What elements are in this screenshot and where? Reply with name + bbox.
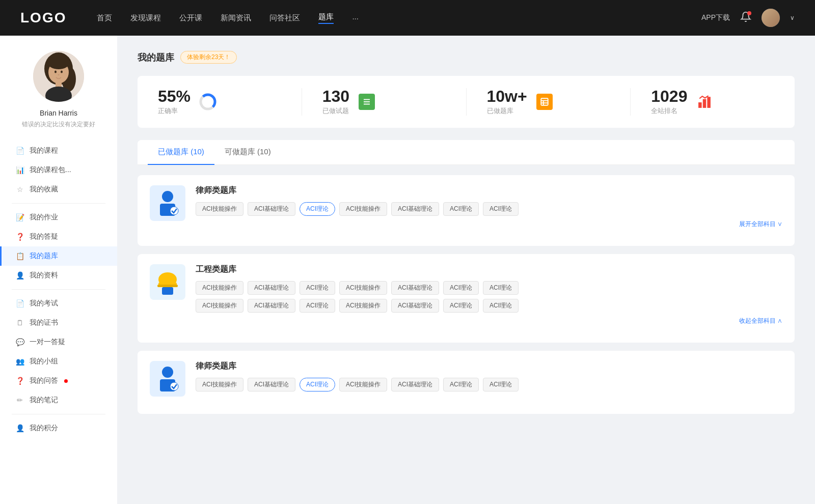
sidebar-item-notes[interactable]: ✏ 我的笔记 (0, 390, 117, 410)
tag-1-6[interactable]: ACI理论 (483, 202, 519, 216)
tag-2b-6[interactable]: ACI理论 (483, 299, 519, 313)
svg-point-8 (61, 71, 63, 73)
expand-btn-2[interactable]: 收起全部科目 ∧ (739, 317, 782, 325)
tag-2-1[interactable]: ACI基础理论 (248, 281, 295, 295)
nav-qa[interactable]: 问答社区 (269, 13, 300, 23)
bank-section-3: 律师类题库 ACI技能操作 ACI基础理论 ACI理论 ACI技能操作 ACI基… (138, 351, 795, 414)
svg-point-7 (55, 71, 57, 73)
navbar-right: APP下载 ∨ (701, 9, 795, 27)
tab-available[interactable]: 可做题库 (10) (214, 140, 281, 165)
sidebar-item-group[interactable]: 👥 我的小组 (0, 352, 117, 371)
course-icon: 📄 (15, 146, 24, 155)
svg-point-25 (170, 207, 178, 215)
main-content: 我的题库 体验剩余23天！ 55% 正确率 (117, 36, 815, 504)
svg-rect-20 (699, 103, 701, 107)
tag-3-3[interactable]: ACI技能操作 (339, 378, 387, 391)
tag-2b-3[interactable]: ACI技能操作 (339, 299, 387, 313)
tab-done[interactable]: 已做题库 (10) (148, 140, 214, 165)
sidebar-item-label: 一对一答疑 (30, 338, 65, 347)
tag-2b-5[interactable]: ACI理论 (443, 299, 479, 313)
tag-3-0[interactable]: ACI技能操作 (196, 378, 243, 391)
nav-news[interactable]: 新闻资讯 (221, 13, 251, 23)
tag-2-4[interactable]: ACI基础理论 (391, 281, 439, 295)
sidebar-item-label: 我的课程 (30, 146, 58, 155)
unread-dot (64, 379, 68, 383)
tag-3-5[interactable]: ACI理论 (443, 378, 479, 391)
bank-icon-lawyer-2 (150, 361, 185, 397)
sidebar-item-label: 我的证书 (30, 318, 58, 327)
tag-1-1[interactable]: ACI基础理论 (248, 202, 295, 216)
tag-1-5[interactable]: ACI理论 (443, 202, 479, 216)
sidebar-item-label: 我的题库 (30, 251, 58, 261)
notes-icon: ✏ (15, 396, 24, 405)
tag-3-1[interactable]: ACI基础理论 (248, 378, 295, 391)
sidebar-item-one-on-one[interactable]: 💬 一对一答疑 (0, 332, 117, 352)
tag-row-2b: ACI技能操作 ACI基础理论 ACI理论 ACI技能操作 ACI基础理论 AC… (196, 299, 782, 313)
sidebar-item-profile[interactable]: 👤 我的资料 (0, 266, 117, 285)
tag-1-3[interactable]: ACI技能操作 (339, 202, 387, 216)
page-header: 我的题库 体验剩余23天！ (138, 51, 795, 64)
bank-icon-lawyer (150, 185, 185, 221)
app-download-button[interactable]: APP下载 (701, 13, 730, 22)
tag-1-4[interactable]: ACI基础理论 (391, 202, 439, 216)
svg-rect-28 (157, 285, 178, 287)
points-icon: 👤 (15, 424, 24, 433)
group-icon: 👥 (15, 357, 24, 366)
sidebar-item-label: 我的考试 (30, 299, 58, 308)
tag-3-2[interactable]: ACI理论 (300, 378, 335, 391)
sidebar-item-exam[interactable]: 📄 我的考试 (0, 294, 117, 313)
sidebar-item-course-pack[interactable]: 📊 我的课程包... (0, 160, 117, 180)
tag-2b-0[interactable]: ACI技能操作 (196, 299, 243, 313)
notification-dot (747, 11, 751, 15)
nav-bank[interactable]: 题库 (318, 12, 334, 24)
tag-1-0[interactable]: ACI技能操作 (196, 202, 243, 216)
sidebar-menu: 📄 我的课程 📊 我的课程包... ☆ 我的收藏 📝 我的作业 ❓ 我的答疑 � (0, 141, 117, 438)
sidebar-item-label: 我的作业 (30, 213, 58, 222)
sidebar-item-my-course[interactable]: 📄 我的课程 (0, 141, 117, 160)
bank-icon: 📋 (15, 251, 24, 261)
tag-2-5[interactable]: ACI理论 (443, 281, 479, 295)
notification-bell[interactable] (740, 11, 751, 24)
nav-home[interactable]: 首页 (97, 13, 112, 23)
tag-2-6[interactable]: ACI理论 (483, 281, 519, 295)
tabs-container: 已做题库 (10) 可做题库 (10) (138, 140, 795, 165)
svg-point-23 (162, 191, 173, 202)
sidebar-item-favorites[interactable]: ☆ 我的收藏 (0, 180, 117, 199)
expand-btn-1[interactable]: 展开全部科目 ∨ (739, 220, 782, 229)
nav-menu: 首页 发现课程 公开课 新闻资讯 问答社区 题库 ··· (97, 12, 701, 24)
bank-header-3: 律师类题库 ACI技能操作 ACI基础理论 ACI理论 ACI技能操作 ACI基… (150, 361, 782, 397)
tag-3-6[interactable]: ACI理论 (483, 378, 519, 391)
tag-2b-1[interactable]: ACI基础理论 (248, 299, 295, 313)
nav-more[interactable]: ··· (352, 14, 359, 22)
stat-accuracy: 55% 正确率 (138, 88, 302, 116)
svg-rect-21 (703, 100, 705, 107)
tab-bar: 已做题库 (10) 可做题库 (10) (138, 140, 795, 165)
stat-done-q-label: 已做试题 (322, 106, 349, 116)
nav-open-course[interactable]: 公开课 (179, 13, 202, 23)
sidebar-item-my-qa[interactable]: ❓ 我的问答 (0, 371, 117, 390)
sidebar-item-points[interactable]: 👤 我的积分 (0, 418, 117, 438)
sidebar-motto: 错误的决定比没有决定要好 (22, 120, 95, 129)
bank-title-2: 工程类题库 (196, 264, 782, 275)
svg-rect-29 (162, 287, 173, 295)
chevron-down-icon[interactable]: ∨ (790, 14, 795, 21)
sidebar-item-qa[interactable]: ❓ 我的答疑 (0, 227, 117, 246)
page-wrap: Brian Harris 错误的决定比没有决定要好 📄 我的课程 📊 我的课程包… (0, 36, 815, 504)
tag-2b-4[interactable]: ACI基础理论 (391, 299, 439, 313)
sidebar-item-label: 我的小组 (30, 357, 58, 366)
tag-1-2[interactable]: ACI理论 (300, 202, 335, 216)
tag-2-2[interactable]: ACI理论 (300, 281, 335, 295)
tag-3-4[interactable]: ACI基础理论 (391, 378, 439, 391)
tag-2-3[interactable]: ACI技能操作 (339, 281, 387, 295)
tag-2-0[interactable]: ACI技能操作 (196, 281, 243, 295)
avatar[interactable] (762, 9, 780, 27)
sidebar-item-label: 我的收藏 (30, 185, 58, 194)
nav-discover[interactable]: 发现课程 (130, 13, 161, 23)
sidebar-item-bank[interactable]: 📋 我的题库 (0, 246, 117, 266)
sidebar-item-homework[interactable]: 📝 我的作业 (0, 208, 117, 227)
tag-2b-2[interactable]: ACI理论 (300, 299, 335, 313)
sidebar-item-cert[interactable]: 🗒 我的证书 (0, 313, 117, 332)
logo[interactable]: LOGO (20, 10, 66, 26)
svg-point-12 (203, 97, 212, 106)
svg-point-9 (58, 74, 60, 75)
